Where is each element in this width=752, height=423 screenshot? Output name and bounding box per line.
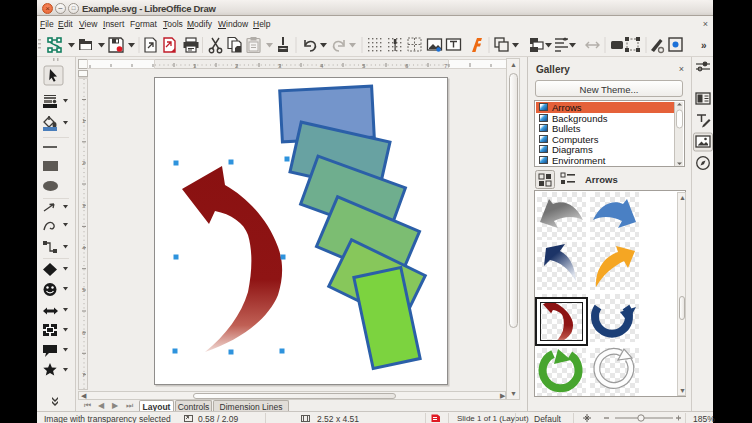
svg-text:»: »: [701, 40, 707, 51]
